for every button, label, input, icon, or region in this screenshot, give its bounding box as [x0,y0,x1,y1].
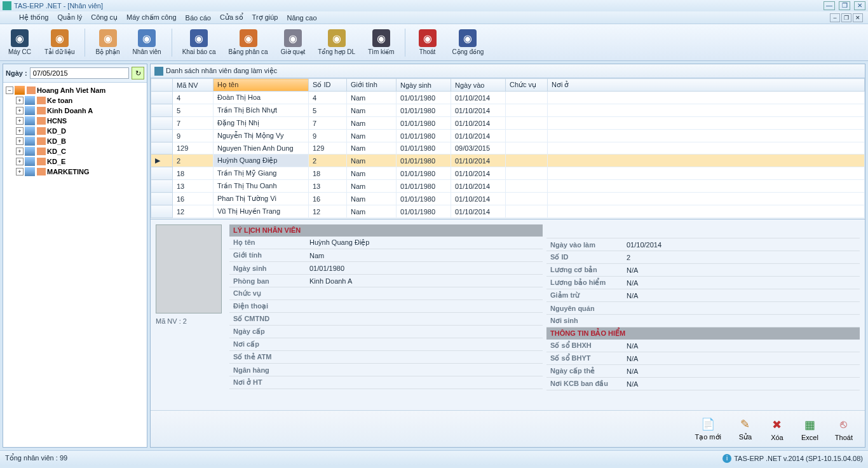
date-label: Ngày : [6,69,27,77]
detail-row: Nơi sinh [546,315,860,327]
left-panel: Ngày : ↻ −Hoang Anh Viet Nam+Ke toan+Kin… [3,64,147,448]
detail-row: Nguyên quán [546,302,860,315]
tree-node[interactable]: +Kinh Doanh A [6,106,144,116]
menu-cua-so[interactable]: Cửa sổ [220,13,243,22]
detail-row: Ngân hàng [229,364,543,376]
menu-bar: Hệ thống Quản lý Công cụ Máy chấm công B… [0,11,868,24]
detail-row: Số thẻ ATM [229,351,543,364]
status-employee-count: Tổng nhân viên : 99 [5,454,67,462]
detail-row: Ngày cấp thẻN/A [546,365,860,378]
employee-photo [156,224,222,313]
detail-row: Ngày vào làm01/10/2014 [546,238,860,251]
toolbar: ◉Máy CC◉Tải dữ liệu◉Bộ phận◉Nhân viên◉Kh… [0,24,868,61]
refresh-button[interactable]: ↻ [132,67,144,79]
column-header[interactable]: Chức vụ [506,79,548,92]
tree-node[interactable]: +HCNS [6,116,144,126]
menu-may-cham-cong[interactable]: Máy chấm công [126,13,177,22]
menu-nang-cao[interactable]: Nâng cao [287,14,316,22]
detail-row: Chức vụ [229,287,543,300]
department-tree[interactable]: −Hoang Anh Viet Nam+Ke toan+Kinh Doanh A… [3,83,147,447]
detail-row: Nơi ở HT [229,376,543,389]
employee-id-label: Mã NV : 2 [156,317,224,325]
toolbar-thoát[interactable]: ◉Thoát [412,28,444,57]
menu-tro-giup[interactable]: Trợ giúp [252,13,278,22]
date-input[interactable] [30,67,129,79]
toolbar-cộng-đồng[interactable]: ◉Cộng đồng [449,28,488,57]
maximize-button[interactable]: ❐ [839,1,850,10]
table-row[interactable]: 4Đoàn Thị Hoa4Nam01/01/198001/10/2014 [151,92,865,104]
detail-row: Nơi cấp [229,338,543,351]
toolbar-tải-dữ-liệu[interactable]: ◉Tải dữ liệu [41,28,78,57]
table-row[interactable]: ▶2Huỳnh Quang Điệp2Nam01/01/198001/10/20… [151,155,865,167]
title-bar: TAS-ERP .NET - [Nhân viên] — ❐ ✕ [0,0,868,11]
detail-row: Phòng banKinh Doanh A [229,275,543,287]
detail-header-insurance: THÔNG TIN BẢO HIỂM [546,327,860,340]
column-header[interactable]: Họ tên [214,79,309,92]
window-title: TAS-ERP .NET - [Nhân viên] [14,2,103,10]
menu-quan-ly[interactable]: Quản lý [57,13,82,22]
detail-row: Họ tênHuỳnh Quang Điệp [229,237,543,249]
column-header[interactable]: Số ID [309,79,347,92]
detail-row: Lương bảo hiểmN/A [546,277,860,289]
close-button[interactable]: ✕ [854,1,865,10]
action-tạo-mới[interactable]: 📄Tạo mới [688,413,728,444]
mdi-restore[interactable]: ❐ [841,13,851,22]
column-header[interactable]: Ngày vào [451,79,506,92]
app-icon [3,1,11,10]
action-excel[interactable]: ▦Excel [794,414,825,444]
toolbar-nhân-viên[interactable]: ◉Nhân viên [129,28,165,57]
column-header[interactable]: Giới tính [347,79,397,92]
menu-bao-cao[interactable]: Báo cáo [186,14,211,22]
tree-node[interactable]: +MARKETING [6,167,144,177]
column-header[interactable]: Nơi ở [548,79,865,92]
mdi-minimize[interactable]: – [830,13,840,22]
right-panel: Danh sách nhân viên đang làm việc Mã NVH… [150,64,865,448]
detail-header-profile: LÝ LỊCH NHÂN VIÊN [229,224,543,237]
table-row[interactable]: 12Vũ Thị Huyền Trang12Nam01/01/198001/10… [151,205,865,218]
detail-row: Lương cơ bảnN/A [546,264,860,277]
tree-node[interactable]: +KD_B [6,136,144,146]
table-row[interactable]: 16Phan Thị Tường Vi16Nam01/01/198001/10/… [151,193,865,205]
employee-grid[interactable]: Mã NVHọ tênSố IDGiới tínhNgày sinhNgày v… [151,78,865,219]
tree-node[interactable]: +Ke toan [6,95,144,106]
detail-row: Ngày sinh01/01/1980 [229,262,543,275]
mdi-close[interactable]: ✕ [853,13,863,22]
minimize-button[interactable]: — [824,1,835,10]
toolbar-bộ-phận[interactable]: ◉Bộ phận [92,28,123,57]
detail-row: Giới tínhNam [229,249,543,262]
grid-title: Danh sách nhân viên đang làm việc [166,67,277,75]
action-sửa[interactable]: ✎Sửa [731,413,760,444]
tree-root[interactable]: −Hoang Anh Viet Nam [6,85,144,95]
detail-row: Giảm trừN/A [546,289,860,302]
action-xóa[interactable]: ✖Xóa [763,414,792,444]
menu-cong-cu[interactable]: Công cụ [91,13,118,22]
tree-node[interactable]: +KD_E [6,156,144,167]
table-row[interactable]: 13Trần Thị Thu Oanh13Nam01/01/198001/10/… [151,180,865,193]
action-bar: 📄Tạo mới✎Sửa✖Xóa▦Excel⎋Thoát [151,410,865,447]
action-thoát[interactable]: ⎋Thoát [828,414,860,444]
detail-row: Điện thoại [229,300,543,313]
grid-icon [154,67,163,76]
detail-panel: Mã NV : 2 LÝ LỊCH NHÂN VIÊNHọ tênHuỳnh Q… [151,219,865,410]
column-header[interactable]: Mã NV [173,79,214,92]
toolbar-bảng-phân-ca[interactable]: ◉Bảng phân ca [224,28,271,57]
toolbar-tìm-kiếm[interactable]: ◉Tìm kiếm [364,28,398,57]
table-row[interactable]: 5Trần Thị Bích Nhựt5Nam01/01/198001/10/2… [151,104,865,117]
table-row[interactable]: 129Nguyen Thien Anh Dung129Nam01/01/1980… [151,142,865,155]
status-version: TAS-ERP .NET v.2014 (SP1-10.15.04.08) [734,455,863,462]
table-row[interactable]: 7Đặng Thị Nhị7Nam01/01/198001/10/2014 [151,117,865,130]
table-row[interactable]: 9Nguyễn Thị Mộng Vy9Nam01/01/198001/10/2… [151,130,865,142]
detail-row: Nơi KCB ban đầuN/A [546,378,860,390]
status-bar: Tổng nhân viên : 99 i TAS-ERP .NET v.201… [0,450,868,465]
toolbar-máy-cc[interactable]: ◉Máy CC [4,28,36,57]
table-row[interactable]: 18Trần Thị Mỹ Giang18Nam01/01/198001/10/… [151,167,865,180]
menu-he-thong[interactable]: Hệ thống [19,13,48,22]
detail-row: Số sổ BHYTN/A [546,352,860,365]
tree-node[interactable]: +KD_D [6,126,144,136]
toolbar-giờ-quẹt[interactable]: ◉Giờ quẹt [277,28,309,57]
column-header[interactable]: Ngày sinh [397,79,451,92]
toolbar-khai-báo-ca[interactable]: ◉Khai báo ca [179,28,220,57]
toolbar-tổng-hợp-dl[interactable]: ◉Tổng hợp DL [314,28,359,57]
tree-node[interactable]: +KD_C [6,146,144,156]
detail-row: Số CMTND [229,313,543,326]
